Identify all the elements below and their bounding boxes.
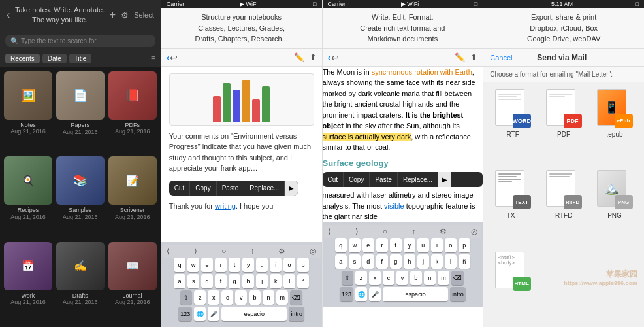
list-item[interactable]: 🍳 RecipesAug 21, 2016 [4, 156, 52, 237]
copy-button[interactable]: Copy [190, 181, 216, 196]
writing-link[interactable]: writing [215, 202, 236, 210]
copy-button[interactable]: Copy [344, 172, 370, 187]
key-z[interactable]: z [355, 271, 367, 285]
key-y[interactable]: y [242, 258, 254, 272]
key-u[interactable]: u [417, 238, 429, 252]
list-item[interactable]: 📅 WorkAug 21, 2016 [4, 242, 52, 323]
key-z[interactable]: z [194, 290, 206, 305]
export-item-html[interactable]: <html><body> HTML [490, 252, 536, 321]
key-mic[interactable]: 🎤 [208, 307, 219, 321]
key-u[interactable]: u [256, 258, 268, 272]
toolbar-icon-6[interactable]: ◎ [310, 247, 316, 256]
key-space[interactable]: espacio [221, 307, 287, 321]
key-123[interactable]: 123 [340, 287, 353, 301]
select-button[interactable]: Select [134, 11, 154, 19]
toolbar-icon-3[interactable]: ○ [383, 227, 387, 236]
key-f[interactable]: f [215, 274, 227, 288]
key-l[interactable]: l [283, 274, 295, 288]
key-mic[interactable]: 🎤 [369, 287, 381, 301]
export-item-txt[interactable]: TEXT TXT [490, 170, 536, 247]
undo-button[interactable]: ↩ [170, 52, 178, 63]
key-n-tilde[interactable]: ñ [297, 274, 309, 288]
key-e[interactable]: e [362, 238, 374, 252]
key-b[interactable]: b [410, 271, 422, 285]
key-g[interactable]: g [390, 254, 402, 269]
key-x[interactable]: x [369, 271, 381, 285]
cancel-button[interactable]: Cancel [490, 54, 512, 61]
key-y[interactable]: y [404, 238, 415, 252]
key-q[interactable]: q [174, 258, 185, 272]
key-r[interactable]: r [215, 258, 227, 272]
key-f[interactable]: f [376, 254, 388, 269]
key-i[interactable]: i [270, 258, 282, 272]
toolbar-icon-5[interactable]: ⚙ [440, 227, 447, 236]
list-item[interactable]: 📖 JournalAug 21, 2016 [108, 242, 157, 323]
cut-button[interactable]: Cut [169, 181, 191, 196]
filter-date[interactable]: Date [42, 54, 67, 63]
play-button[interactable]: ▶ [285, 181, 298, 196]
share-icon[interactable]: ⬆ [310, 52, 317, 62]
play-button[interactable]: ▶ [438, 172, 451, 187]
paste-button[interactable]: Paste [370, 172, 398, 187]
key-intro[interactable]: intro [450, 287, 466, 301]
key-x[interactable]: x [208, 290, 219, 305]
undo-button[interactable]: ↩ [331, 52, 339, 63]
toolbar-icon-5[interactable]: ⚙ [278, 247, 285, 256]
key-c[interactable]: c [383, 271, 394, 285]
key-n[interactable]: n [424, 271, 436, 285]
key-delete[interactable]: ⌫ [451, 271, 464, 285]
key-s[interactable]: s [349, 254, 361, 269]
toolbar-icon-6[interactable]: ◎ [471, 227, 477, 236]
replace-button[interactable]: Replace... [244, 181, 285, 196]
search-input-field[interactable]: 🔍 Type the text to search for. [5, 35, 155, 47]
key-a[interactable]: a [335, 254, 347, 269]
list-item[interactable]: 📄 PapersAug 21, 2016 [56, 71, 105, 152]
share-icon[interactable]: ⬆ [470, 52, 477, 62]
pencil-icon[interactable]: ✏️ [294, 52, 304, 62]
key-p[interactable]: p [297, 258, 309, 272]
key-c[interactable]: c [221, 290, 233, 305]
list-item[interactable]: 📚 SamplesAug 21, 2016 [56, 156, 105, 237]
export-item-pdf[interactable]: PDF PDF [541, 89, 587, 165]
key-n[interactable]: n [263, 290, 274, 305]
key-w[interactable]: w [349, 238, 361, 252]
key-n-tilde[interactable]: ñ [459, 254, 470, 269]
key-s[interactable]: s [187, 274, 199, 288]
key-123[interactable]: 123 [178, 307, 192, 321]
key-b[interactable]: b [249, 290, 261, 305]
toolbar-icon-2[interactable]: ⟩ [355, 227, 359, 236]
toolbar-icon-1[interactable]: ⟨ [328, 227, 331, 236]
filter-title[interactable]: Title [69, 54, 92, 63]
key-l[interactable]: l [445, 254, 457, 269]
pencil-icon[interactable]: ✏️ [455, 52, 465, 62]
key-globe[interactable]: 🌐 [194, 307, 206, 321]
export-item-epub[interactable]: 📱 ePub .epub [592, 89, 637, 165]
list-item[interactable]: 📝 ScrivenerAug 21, 2016 [108, 156, 157, 237]
key-a[interactable]: a [174, 274, 185, 288]
key-t[interactable]: t [390, 238, 402, 252]
key-p[interactable]: p [459, 238, 470, 252]
key-space[interactable]: espacio [383, 287, 448, 301]
list-view-icon[interactable]: ≡ [151, 54, 155, 63]
key-q[interactable]: q [335, 238, 347, 252]
key-v[interactable]: v [235, 290, 247, 305]
paste-button[interactable]: Paste [217, 181, 245, 196]
key-t[interactable]: t [229, 258, 240, 272]
key-k[interactable]: k [431, 254, 443, 269]
export-item-word[interactable]: WORD RTF [490, 89, 536, 165]
key-shift[interactable]: ⇧ [180, 290, 192, 305]
export-item-png[interactable]: 🏔️ PNG PNG [592, 170, 637, 247]
key-w[interactable]: w [187, 258, 199, 272]
toolbar-icon-4[interactable]: ↑ [250, 247, 254, 256]
key-g[interactable]: g [229, 274, 240, 288]
key-d[interactable]: d [201, 274, 213, 288]
key-i[interactable]: i [431, 238, 443, 252]
export-item-rtfd[interactable]: RTFD RTFD [541, 170, 587, 247]
key-m[interactable]: m [438, 271, 449, 285]
gear-icon[interactable]: ⚙ [121, 10, 129, 20]
cut-button[interactable]: Cut [323, 172, 344, 187]
key-j[interactable]: j [256, 274, 268, 288]
list-item[interactable]: ✍️ DraftsAug 21, 2016 [56, 242, 105, 323]
key-globe[interactable]: 🌐 [355, 287, 367, 301]
key-j[interactable]: j [417, 254, 429, 269]
